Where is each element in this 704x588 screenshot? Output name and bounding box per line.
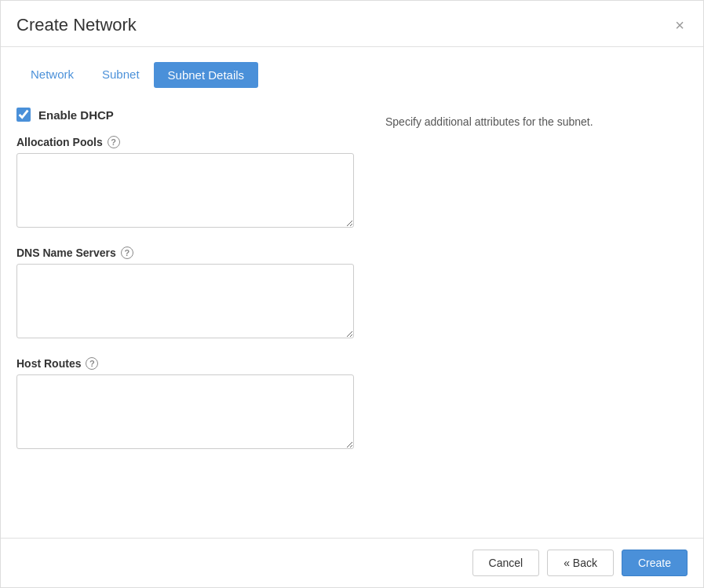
allocation-pools-textarea[interactable] xyxy=(16,153,354,228)
enable-dhcp-checkbox[interactable] xyxy=(16,108,31,122)
create-button[interactable]: Create xyxy=(622,550,688,576)
allocation-pools-group: Allocation Pools ? xyxy=(16,136,354,231)
close-button[interactable]: × xyxy=(672,17,688,33)
info-description: Specify additional attributes for the su… xyxy=(385,115,688,128)
dialog-footer: Cancel « Back Create xyxy=(1,538,703,587)
create-network-dialog: Create Network × Network Subnet Subnet D… xyxy=(0,0,704,588)
dns-name-servers-group: DNS Name Servers ? xyxy=(16,247,354,341)
host-routes-group: Host Routes ? xyxy=(16,357,354,452)
dns-name-servers-textarea[interactable] xyxy=(16,264,354,338)
allocation-pools-label: Allocation Pools ? xyxy=(16,136,354,148)
dns-name-servers-label: DNS Name Servers ? xyxy=(16,247,354,259)
host-routes-help-icon: ? xyxy=(86,357,98,370)
form-section: Enable DHCP Allocation Pools ? DNS Name … xyxy=(16,108,354,525)
tab-network[interactable]: Network xyxy=(16,61,88,89)
dialog-body: Enable DHCP Allocation Pools ? DNS Name … xyxy=(1,89,703,538)
host-routes-textarea[interactable] xyxy=(16,374,354,449)
tabs-row: Network Subnet Subnet Details xyxy=(1,47,703,89)
back-button[interactable]: « Back xyxy=(547,550,614,576)
dialog-title: Create Network xyxy=(16,15,137,35)
enable-dhcp-label: Enable DHCP xyxy=(38,108,114,122)
dialog-header: Create Network × xyxy=(1,1,703,47)
allocation-pools-help-icon: ? xyxy=(108,136,120,148)
info-section: Specify additional attributes for the su… xyxy=(385,108,688,525)
cancel-button[interactable]: Cancel xyxy=(472,550,540,576)
dns-name-servers-help-icon: ? xyxy=(121,247,133,259)
host-routes-label: Host Routes ? xyxy=(16,357,354,370)
tab-subnet-details[interactable]: Subnet Details xyxy=(154,62,259,88)
tab-subnet[interactable]: Subnet xyxy=(88,61,154,89)
enable-dhcp-row: Enable DHCP xyxy=(16,108,354,122)
